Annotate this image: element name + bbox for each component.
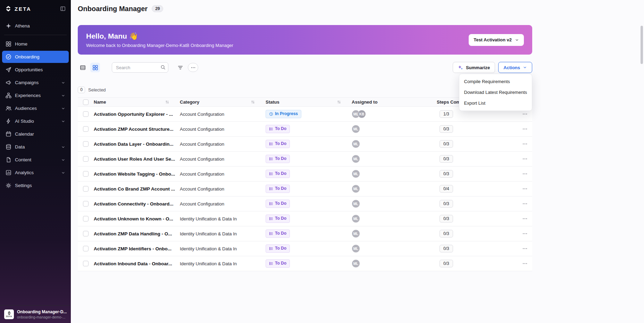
status-badge: To Do — [266, 125, 290, 133]
sidebar-item-label: Home — [15, 41, 27, 47]
row-category: Account Configuration — [180, 171, 266, 177]
sidebar-item-experiences[interactable]: Experiences — [2, 89, 69, 102]
sidebar-item-audiences[interactable]: Audiences — [2, 102, 69, 114]
steps-badge: 0/3 — [440, 215, 453, 223]
sidebar-item-athena[interactable]: Athena — [2, 20, 69, 32]
actions-button[interactable]: Actions — [498, 62, 532, 73]
toolbar-more-button[interactable] — [188, 63, 198, 72]
zeta-logo-icon — [5, 6, 11, 12]
onboarding-table: Name Category Status Assigned to — [78, 97, 532, 271]
sidebar-item-content[interactable]: Content — [2, 154, 69, 166]
summarize-button[interactable]: Summarize — [453, 62, 495, 73]
row-checkbox[interactable] — [83, 111, 89, 117]
column-header-name[interactable]: Name — [94, 99, 180, 105]
scrollbar-thumb[interactable] — [641, 26, 643, 64]
row-checkbox[interactable] — [83, 126, 89, 132]
chevron-down-icon — [61, 119, 65, 123]
sidebar-header: ZETA — [0, 0, 71, 17]
status-badge: To Do — [266, 155, 290, 163]
onboarding-icon — [6, 54, 11, 60]
sort-icon[interactable] — [165, 100, 169, 104]
row-checkbox[interactable] — [83, 186, 89, 192]
sidebar-item-label: Settings — [15, 183, 32, 188]
status-icon — [269, 172, 273, 176]
row-assignees: ML — [352, 259, 437, 268]
table-row: Activation ZMP Account Structure...Accou… — [78, 122, 532, 137]
row-checkbox[interactable] — [83, 156, 89, 162]
athena-icon — [6, 23, 11, 29]
chevron-down-icon — [61, 158, 65, 162]
content-icon — [6, 157, 11, 163]
table-view-icon[interactable] — [78, 63, 87, 72]
row-checkbox[interactable] — [83, 171, 89, 177]
avatar: ML — [352, 170, 360, 178]
table-body: Activation Opportunity Explorer - ...Acc… — [78, 107, 532, 271]
sidebar-nav: AthenaHomeOnboardingOpportunitiesCampaig… — [0, 17, 71, 194]
avatar: ML — [352, 155, 360, 163]
steps-badge: 0/4 — [440, 185, 453, 193]
avatar: ML — [352, 259, 360, 268]
activation-selector[interactable]: Test Activation v2 — [469, 34, 524, 46]
search-input[interactable] — [112, 62, 168, 73]
sidebar-item-home[interactable]: Home — [2, 38, 69, 50]
row-menu-button[interactable] — [521, 110, 529, 118]
sidebar-item-calendar[interactable]: Calendar — [2, 128, 69, 140]
row-checkbox[interactable] — [83, 201, 89, 207]
row-menu-button[interactable] — [521, 200, 529, 208]
sidebar-item-campaigns[interactable]: Campaigns — [2, 76, 69, 89]
sidebar-item-onboarding[interactable]: Onboarding — [2, 51, 69, 63]
select-all-checkbox[interactable] — [83, 99, 89, 105]
sort-icon[interactable] — [251, 100, 255, 104]
sidebar-item-opportunities[interactable]: Opportunities — [2, 64, 69, 76]
workspace-logo-text: ZETA — [6, 315, 12, 317]
chevron-down-icon — [61, 106, 65, 111]
chevron-down-icon — [523, 65, 527, 70]
status-icon — [269, 112, 273, 116]
sidebar-workspace[interactable]: ZETA Onboarding Manager-D... onboarding-… — [0, 305, 71, 323]
row-checkbox[interactable] — [83, 246, 89, 251]
avatar: ML — [352, 200, 360, 208]
sort-icon[interactable] — [337, 100, 341, 104]
row-menu-button[interactable] — [521, 155, 529, 163]
actions-menu-item-download-latest-requirements[interactable]: Download Latest Requirements — [459, 87, 532, 98]
row-checkbox[interactable] — [83, 261, 89, 266]
column-label: Name — [94, 99, 106, 105]
row-menu-button[interactable] — [521, 215, 529, 223]
card-view-icon[interactable] — [90, 63, 100, 72]
sidebar-item-analytics[interactable]: Analytics — [2, 167, 69, 179]
app-root: ZETA AthenaHomeOnboardingOpportunitiesCa… — [0, 0, 644, 323]
row-assignees: ML — [352, 229, 437, 238]
row-menu-button[interactable] — [521, 185, 529, 193]
row-checkbox[interactable] — [83, 231, 89, 236]
row-menu-button[interactable] — [521, 229, 529, 238]
row-category: Account Configuration — [180, 142, 266, 147]
filter-button[interactable] — [175, 63, 185, 72]
status-icon — [269, 127, 273, 131]
sidebar-item-ai-studio[interactable]: AI Studio — [2, 115, 69, 127]
sidebar-item-data[interactable]: Data — [2, 141, 69, 153]
steps-badge: 0/3 — [440, 140, 453, 148]
column-label: Category — [180, 99, 199, 105]
row-menu-button[interactable] — [521, 259, 529, 268]
row-menu-button[interactable] — [521, 140, 529, 148]
row-checkbox[interactable] — [83, 216, 89, 221]
sidebar-item-label: Content — [15, 157, 31, 162]
sidebar-collapse-icon[interactable] — [60, 6, 66, 11]
column-header-category[interactable]: Category — [180, 99, 266, 105]
row-assignees: ML — [352, 140, 437, 148]
row-menu-button[interactable] — [521, 125, 529, 133]
row-name: Activation User Roles And User Se... — [94, 156, 180, 162]
experiences-icon — [6, 92, 11, 98]
actions-menu-item-compile-requirements[interactable]: Compile Requirements — [459, 76, 532, 87]
brand-logo: ZETA — [5, 6, 31, 12]
actions-menu-item-export-list[interactable]: Export List — [459, 98, 532, 108]
sidebar-item-settings[interactable]: Settings — [2, 179, 69, 192]
hero-greeting: Hello, Manu 👋 — [86, 32, 233, 41]
column-header-status[interactable]: Status — [266, 99, 352, 105]
selected-label: Selected — [88, 87, 106, 92]
row-name: Activation ZMP Data Handling - O... — [94, 231, 180, 236]
row-checkbox[interactable] — [83, 141, 89, 147]
row-menu-button[interactable] — [521, 244, 529, 253]
status-icon — [269, 142, 273, 146]
row-menu-button[interactable] — [521, 170, 529, 178]
